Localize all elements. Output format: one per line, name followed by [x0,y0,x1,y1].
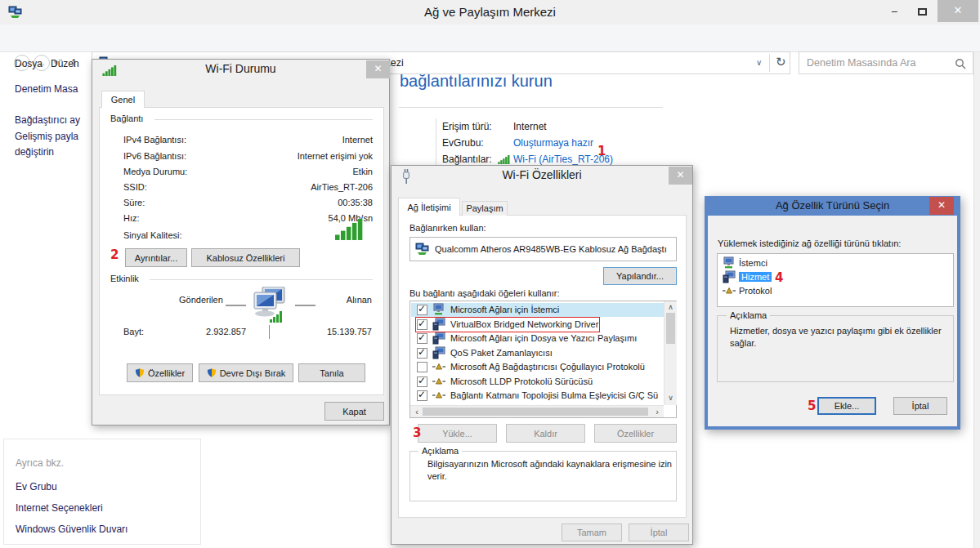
ok-button[interactable]: Tamam [562,523,622,541]
signal-quality-label: Sinyal Kalitesi: [123,230,182,240]
tab-ag-iletisimi[interactable]: Ağ İletişimi [398,198,460,216]
received-label: Alınan [325,295,372,305]
homegroup-link[interactable]: Oluşturmaya hazır [513,137,593,149]
select-feature-dialog: Ağ Özellik Türünü Seçin ✕ Yüklemek isted… [705,196,960,430]
list-item[interactable]: QoS Paket Zamanlayıcısı [411,346,664,360]
install-button[interactable]: Yükle... [418,424,497,443]
wifi-properties-close-button[interactable]: ✕ [669,167,692,185]
close-button[interactable]: ✕ [937,0,978,22]
feature-type-list: İstemci Hizmet 4 Protokol [717,253,954,307]
search-box [799,51,973,74]
sidebar-item-advanced-sharing[interactable]: Gelişmiş payla değiştirin [15,129,100,160]
duration-value: 00:35:38 [338,198,373,207]
search-input[interactable] [807,55,946,71]
option-protokol[interactable]: Protokol [718,284,952,298]
connect-using-label: Bağlanırken kullan: [409,223,486,233]
details-button[interactable]: Ayrıntılar... [125,248,187,267]
diagnose-button[interactable]: Tanıla [298,363,365,382]
wifi-status-dialog: Wi-Fi Durumu ✕ Genel Bağlantı IPv4 Bağla… [92,59,390,425]
scrollbar-thumb[interactable] [666,313,675,344]
refresh-icon[interactable]: ↻ [776,55,786,69]
sidebar-item-internet-options[interactable]: Internet Seçenekleri [16,501,103,516]
duration-label: Süre: [123,198,145,207]
address-divider [769,54,770,72]
list-item[interactable]: Microsoft Ağları için İstemci [411,303,664,317]
connections-label: Bağlantılar: [442,154,492,165]
search-icon[interactable] [955,58,966,69]
checkbox[interactable] [417,333,427,344]
page-heading-fragment: bağlantılarınızı kurun [400,72,553,91]
ssid-label: SSID: [123,182,147,192]
list-item[interactable]: Bağlantı Katmanı Topolojisi Bulma Eşleyi… [411,389,664,403]
signal-quality-icon [335,218,363,241]
scrollbar-thumb[interactable] [423,408,648,416]
ipv6-label: IPv6 Bağlantısı: [123,151,186,161]
tab-paylasim[interactable]: Paylaşım [462,201,508,216]
list-item-label: Bağlantı Katmanı Topolojisi Bulma Eşleyi… [450,390,658,400]
tab-genel[interactable]: Genel [101,91,145,108]
list-item[interactable]: Microsoft Ağları için Dosya ve Yazıcı Pa… [411,332,664,345]
properties-button[interactable]: Özellikler [127,363,193,382]
sidebar-item-homegroup[interactable]: Ev Grubu [16,479,57,495]
cancel-add-button[interactable]: İptal [893,397,947,415]
activity-dash [295,305,315,306]
checkbox[interactable] [417,348,427,359]
checkbox[interactable] [417,390,427,401]
disable-button-label: Devre Dışı Bırak [220,368,286,378]
scroll-up-icon[interactable]: ∧ [665,303,677,311]
select-feature-dialog-title: Ağ Özellik Türünü Seçin [705,199,960,212]
address-dropdown-chevron-icon[interactable]: ∨ [756,58,762,67]
scroll-down-icon[interactable]: ∨ [665,394,677,402]
sidebar-item-adapter-settings[interactable]: Bağdaştırıcı ay [15,113,80,128]
checkbox[interactable] [417,305,427,315]
properties-button-label: Özellikler [148,368,185,378]
activity-group-line [150,279,373,280]
option-label-selected: Hizmet [739,272,772,282]
close-dialog-button[interactable]: Kapat [324,402,384,421]
menu-dosya[interactable]: Dosya [15,58,43,69]
menu-duzen[interactable]: Düzen [51,58,79,69]
wireless-properties-button[interactable]: Kablosuz Özellikleri [191,248,300,267]
option-istemci[interactable]: İstemci [718,256,952,270]
list-item[interactable]: Microsoft LLDP Protokolü Sürücüsü [411,375,664,389]
description-text: Bilgisayarınızın Microsoft ağındaki kayn… [427,458,673,483]
bytes-divider [269,325,270,339]
list-item-label: QoS Paket Zamanlayıcısı [450,348,658,358]
protocol-icon [723,284,736,297]
checkbox[interactable] [417,376,427,387]
wifi-status-close-button[interactable]: ✕ [366,60,390,78]
wifi-signal-icon [498,155,510,164]
window-title: Ağ ve Paylaşım Merkezi [0,5,980,19]
ipv6-value: Internet erişimi yok [298,151,373,161]
add-button[interactable]: Ekle... [817,397,876,415]
vertical-scrollbar[interactable]: ∧ ∨ [664,301,677,405]
bytes-label: Bayt: [123,327,144,336]
uninstall-button[interactable]: Kaldır [506,424,585,443]
scroll-left-icon[interactable]: ‹ [412,407,422,417]
disable-button[interactable]: Devre Dışı Bırak [199,363,293,382]
cancel-button[interactable]: İptal [629,523,689,541]
sidebar-item-windows-firewall[interactable]: Windows Güvenlik Duvarı [16,522,128,537]
option-hizmet[interactable]: Hizmet 4 [718,270,952,284]
horizontal-scrollbar[interactable]: ‹ › [410,405,664,417]
item-properties-button[interactable]: Özellikler [594,424,677,443]
checkbox[interactable] [417,362,427,372]
configure-button[interactable]: Yapılandır... [603,267,677,285]
list-item[interactable]: VirtualBox Bridged Networking Driver [411,318,664,332]
list-item[interactable]: Microsoft Ağ Bağdaştırıcısı Çoğullayıcı … [411,360,664,374]
access-type-label: Erişim türü: [442,121,492,132]
option-label: Protokol [739,286,772,296]
annotation-2: 2 [110,247,119,262]
minimize-button[interactable]: − [882,3,906,21]
protocol-icon [432,389,445,402]
homegroup-label: EvGrubu: [442,137,484,149]
select-feature-close-button[interactable]: ✕ [929,197,954,215]
maximize-icon [918,8,927,16]
protocol-icon [432,360,445,373]
maximize-button[interactable] [910,3,934,21]
window-scrollbar[interactable] [973,52,980,548]
annotation-3: 3 [413,425,421,440]
annotation-highlight-box [415,317,600,332]
scroll-right-icon[interactable]: › [652,407,662,417]
sidebar-item-control-panel-home[interactable]: Denetim Masa [15,82,78,97]
